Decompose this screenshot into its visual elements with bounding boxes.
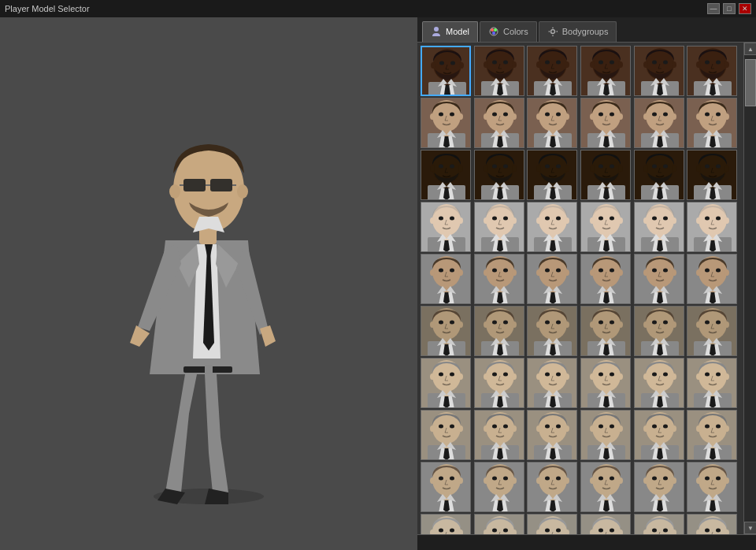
model-cell[interactable]	[634, 358, 684, 408]
minimize-button[interactable]: —	[707, 3, 720, 14]
model-cell[interactable]	[687, 202, 737, 252]
svg-point-377	[536, 426, 541, 432]
model-cell[interactable]	[421, 462, 471, 512]
model-cell[interactable]	[527, 254, 577, 304]
model-cell[interactable]	[421, 46, 471, 96]
model-cell[interactable]	[474, 46, 524, 96]
model-cell[interactable]	[527, 410, 577, 460]
maximize-button[interactable]: □	[723, 3, 736, 14]
model-cell[interactable]	[580, 254, 631, 304]
model-cell[interactable]	[527, 462, 577, 512]
svg-point-191	[598, 217, 603, 221]
model-cell[interactable]	[474, 202, 524, 252]
svg-point-296	[663, 321, 668, 325]
model-cell[interactable]	[421, 98, 471, 148]
svg-point-215	[439, 269, 443, 273]
model-cell[interactable]	[687, 462, 737, 512]
model-cell[interactable]	[580, 514, 631, 534]
svg-point-159	[705, 165, 710, 169]
svg-point-223	[492, 269, 497, 273]
model-cell[interactable]	[580, 410, 631, 460]
tab-colors[interactable]: Colors	[480, 21, 537, 42]
model-cell[interactable]	[527, 202, 577, 252]
svg-point-362	[458, 426, 463, 432]
scrollbar-thumb[interactable]	[745, 59, 756, 106]
scrollbar-up-button[interactable]: ▲	[744, 43, 756, 55]
model-cell[interactable]	[474, 358, 524, 408]
model-cell[interactable]	[687, 306, 737, 356]
model-cell[interactable]	[474, 410, 524, 460]
model-cell[interactable]	[527, 306, 577, 356]
model-cell[interactable]	[421, 306, 471, 356]
model-cell[interactable]	[474, 254, 524, 304]
model-cell[interactable]	[687, 358, 737, 408]
svg-point-402	[724, 426, 729, 432]
svg-point-58	[672, 61, 676, 68]
model-cell[interactable]	[474, 514, 524, 534]
model-cell[interactable]	[634, 46, 684, 96]
model-cell[interactable]	[634, 254, 684, 304]
close-button[interactable]: ✕	[739, 3, 751, 14]
svg-point-255	[705, 269, 710, 273]
model-cell[interactable]	[634, 202, 684, 252]
model-cell[interactable]	[687, 254, 737, 304]
scrollbar-down-button[interactable]: ▼	[744, 522, 756, 534]
character-figure	[0, 17, 417, 550]
svg-point-343	[652, 373, 657, 377]
tab-bodygroups[interactable]: Bodygroups	[539, 21, 617, 42]
model-cell[interactable]	[527, 150, 577, 200]
model-cell[interactable]	[527, 98, 577, 148]
model-cell[interactable]	[421, 254, 471, 304]
model-cell[interactable]	[527, 358, 577, 408]
model-cell[interactable]	[421, 514, 471, 534]
svg-point-209	[696, 217, 701, 224]
svg-point-18	[550, 30, 554, 34]
model-cell[interactable]	[687, 46, 737, 96]
model-cell[interactable]	[580, 98, 631, 148]
model-cell[interactable]	[474, 98, 524, 148]
model-cell[interactable]	[580, 358, 631, 408]
model-cell[interactable]	[634, 462, 684, 512]
model-cell[interactable]	[634, 514, 684, 534]
model-cell[interactable]	[580, 202, 631, 252]
svg-point-298	[672, 321, 676, 328]
model-cell[interactable]	[634, 410, 684, 460]
model-cell[interactable]	[580, 150, 631, 200]
model-cell[interactable]	[634, 98, 684, 148]
model-cell[interactable]	[687, 98, 737, 148]
svg-point-82	[512, 113, 517, 120]
model-cell[interactable]	[474, 306, 524, 356]
model-cell[interactable]	[474, 462, 524, 512]
svg-point-327	[545, 373, 550, 377]
model-cell[interactable]	[527, 514, 577, 534]
svg-point-450	[724, 478, 729, 484]
tab-bar: Model Colors	[417, 17, 756, 43]
model-cell[interactable]	[634, 150, 684, 200]
svg-point-175	[492, 217, 497, 221]
model-cell[interactable]	[687, 410, 737, 460]
svg-point-265	[430, 321, 435, 328]
svg-point-79	[492, 113, 497, 117]
model-cell[interactable]	[580, 462, 631, 512]
model-cell[interactable]	[421, 358, 471, 408]
tab-model[interactable]: Model	[422, 21, 478, 42]
svg-point-370	[512, 426, 517, 432]
model-cell[interactable]	[580, 306, 631, 356]
model-cell[interactable]	[474, 150, 524, 200]
model-cell[interactable]	[421, 202, 471, 252]
svg-point-385	[590, 426, 595, 432]
model-cell[interactable]	[421, 410, 471, 460]
model-cell[interactable]	[634, 306, 684, 356]
svg-point-73	[430, 113, 435, 120]
model-cell[interactable]	[687, 150, 737, 200]
svg-point-170	[458, 217, 463, 224]
model-cell[interactable]	[527, 46, 577, 96]
svg-point-306	[724, 321, 729, 328]
svg-point-104	[663, 113, 668, 117]
svg-point-226	[512, 269, 517, 276]
model-cell[interactable]	[421, 150, 471, 200]
svg-point-40	[556, 61, 561, 65]
svg-point-9	[169, 184, 180, 199]
model-cell[interactable]	[687, 514, 737, 534]
model-cell[interactable]	[580, 46, 631, 96]
